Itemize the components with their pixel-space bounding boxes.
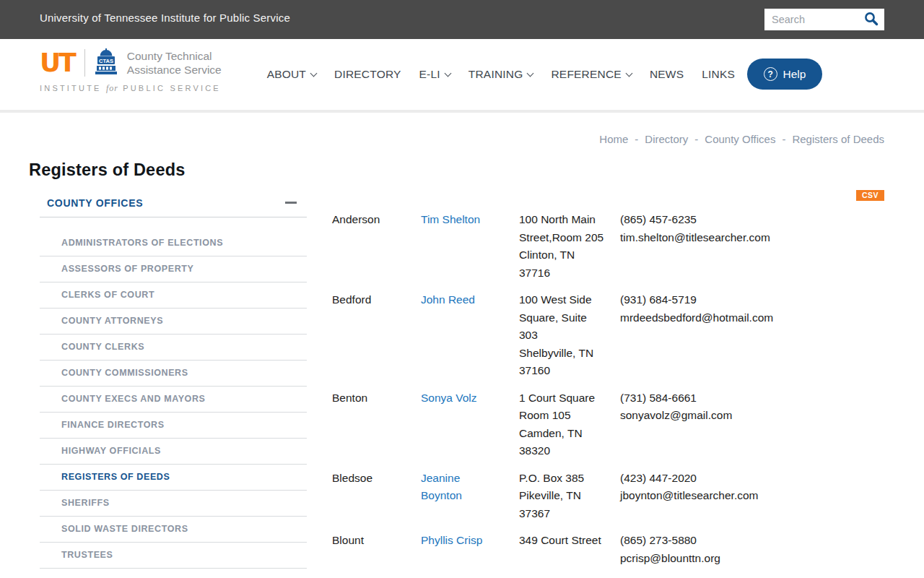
ctas-logo[interactable]: UT CTAS County Technical Assi [40, 48, 222, 94]
sidebar-item-assessors-of-property[interactable]: ASSESSORS OF PROPERTY [40, 256, 307, 282]
breadcrumb: Home - Directory - County Offices - Regi… [599, 133, 884, 145]
sidebar: COUNTY OFFICES ADMINISTRATORS OF ELECTIO… [40, 192, 307, 578]
nav-item-training[interactable]: TRAINING [468, 68, 533, 81]
email: tim.shelton@titlesearcher.com [620, 229, 830, 247]
breadcrumb-separator: - [635, 133, 638, 145]
section-label: COUNTY OFFICES [47, 197, 143, 209]
sidebar-section-county-offices[interactable]: COUNTY OFFICES [40, 192, 307, 217]
sidebar-item-highway-officials[interactable]: HIGHWAY OFFICIALS [40, 439, 307, 465]
contact-cell: (931) 684-5719 mrdeedsbedford@hotmail.co… [620, 291, 830, 380]
phone: (423) 447-2020 [620, 470, 830, 488]
county-cell: Bedford [332, 291, 421, 380]
search-icon [863, 11, 879, 29]
breadcrumb-separator: - [782, 133, 785, 145]
county-cell: Anderson [332, 211, 421, 282]
logo-divider [84, 49, 85, 77]
header-divider [0, 110, 924, 113]
site-title: University of Tennessee Institute for Pu… [40, 12, 290, 24]
nav-item-directory[interactable]: DIRECTORY [334, 68, 401, 81]
sidebar-item-administrators-of-elections[interactable]: ADMINISTRATORS OF ELECTIONS [40, 230, 307, 256]
sidebar-list: ADMINISTRATORS OF ELECTIONS ASSESSORS OF… [40, 217, 307, 569]
sidebar-item-trustees[interactable]: TRUSTEES [40, 543, 307, 569]
nav-item-eli[interactable]: E-LI [419, 68, 450, 81]
official-name-link[interactable]: Phyllis Crisp [421, 532, 519, 567]
phone: (865) 457-6235 [620, 211, 830, 229]
breadcrumb-home[interactable]: Home [599, 133, 628, 145]
minus-icon [285, 202, 297, 204]
contact-cell: (865) 273-5880 pcrisp@blounttn.org [620, 532, 830, 567]
sidebar-item-solid-waste-directors[interactable]: SOLID WASTE DIRECTORS [40, 517, 307, 543]
search-button[interactable] [858, 9, 884, 30]
table-row: Bledsoe Jeanine Boynton P.O. Box 385 Pik… [332, 470, 830, 523]
county-cell: Benton [332, 389, 421, 460]
question-icon: ? [764, 67, 777, 81]
search-box[interactable] [764, 9, 884, 30]
nav-item-news[interactable]: NEWS [650, 68, 684, 81]
county-cell: Blount [332, 532, 421, 567]
contact-cell: (731) 584-6661 sonyavolz@gmail.com [620, 389, 830, 460]
sidebar-item-county-clerks[interactable]: COUNTY CLERKS [40, 335, 307, 361]
main-nav: ABOUT DIRECTORY E-LI TRAINING REFERENCE … [267, 39, 735, 110]
table-row: Bedford John Reed 100 West Side Square, … [332, 291, 830, 380]
phone: (865) 273-5880 [620, 532, 830, 550]
county-cell: Bledsoe [332, 470, 421, 523]
table-row: Benton Sonya Volz 1 Court Square Room 10… [332, 389, 830, 460]
nav-item-reference[interactable]: REFERENCE [551, 68, 631, 81]
top-utility-bar: University of Tennessee Institute for Pu… [0, 0, 924, 39]
svg-text:CTAS: CTAS [99, 58, 113, 64]
registers-directory-table: Anderson Tim Shelton 100 North Main Stre… [332, 211, 830, 577]
help-button[interactable]: ? Help [747, 59, 822, 90]
contact-cell: (865) 457-6235 tim.shelton@titlesearcher… [620, 211, 830, 282]
chevron-down-icon [527, 69, 534, 77]
capitol-icon: CTAS [94, 48, 118, 78]
table-row: Blount Phyllis Crisp 349 Court Street (8… [332, 532, 830, 567]
breadcrumb-directory[interactable]: Directory [645, 133, 688, 145]
chevron-down-icon [625, 69, 632, 77]
email: pcrisp@blounttn.org [620, 550, 830, 568]
address-cell: P.O. Box 385 Pikeville, TN 37367 [519, 470, 620, 523]
email: mrdeedsbedford@hotmail.com [620, 309, 830, 327]
institute-tagline: INSTITUTE for PUBLIC SERVICE [40, 83, 222, 94]
sidebar-item-county-commissioners[interactable]: COUNTY COMMISSIONERS [40, 361, 307, 387]
official-name-link[interactable]: John Reed [421, 291, 519, 380]
official-name-link[interactable]: Tim Shelton [421, 211, 519, 282]
page-title: Registers of Deeds [29, 160, 185, 180]
breadcrumb-current: Registers of Deeds [792, 133, 884, 145]
breadcrumb-separator: - [694, 133, 698, 145]
sidebar-item-county-execs-and-mayors[interactable]: COUNTY EXECS AND MAYORS [40, 387, 307, 413]
official-name-link[interactable]: Jeanine Boynton [421, 470, 519, 523]
sidebar-item-county-attorneys[interactable]: COUNTY ATTORNEYS [40, 309, 307, 335]
table-row: Anderson Tim Shelton 100 North Main Stre… [332, 211, 830, 282]
main-header: UT CTAS County Technical Assi [0, 39, 924, 110]
phone: (731) 584-6661 [620, 389, 830, 407]
email: sonyavolz@gmail.com [620, 407, 830, 425]
nav-item-about[interactable]: ABOUT [267, 68, 316, 81]
contact-cell: (423) 447-2020 jboynton@titlesearcher.co… [620, 470, 830, 523]
sidebar-item-sheriffs[interactable]: SHERIFFS [40, 491, 307, 517]
breadcrumb-county-offices[interactable]: County Offices [705, 133, 775, 145]
address-cell: 100 West Side Square, Suite 303 Shelbyvi… [519, 291, 620, 380]
sidebar-item-finance-directors[interactable]: FINANCE DIRECTORS [40, 413, 307, 439]
phone: (931) 684-5719 [620, 291, 830, 309]
address-cell: 1 Court Square Room 105 Camden, TN 38320 [519, 389, 620, 460]
ut-logo: UT [40, 50, 80, 76]
address-cell: 100 North Main Street,Room 205 Clinton, … [519, 211, 620, 282]
sidebar-item-clerks-of-court[interactable]: CLERKS OF COURT [40, 282, 307, 309]
chevron-down-icon [444, 69, 451, 77]
search-input[interactable] [764, 14, 858, 25]
sidebar-item-registers-of-deeds[interactable]: REGISTERS OF DEEDS [40, 465, 307, 491]
official-name-link[interactable]: Sonya Volz [421, 389, 519, 460]
nav-item-links[interactable]: LINKS [702, 68, 735, 81]
csv-export-button[interactable]: CSV [856, 190, 884, 201]
org-name: County Technical Assistance Service [127, 49, 222, 77]
chevron-down-icon [310, 69, 318, 77]
address-cell: 349 Court Street [519, 532, 620, 567]
email: jboynton@titlesearcher.com [620, 487, 830, 505]
